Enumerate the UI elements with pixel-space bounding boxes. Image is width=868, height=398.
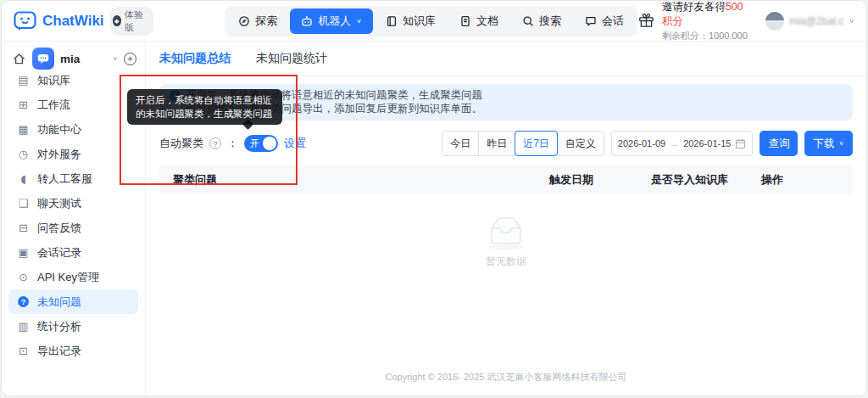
bot-name: mia: [60, 53, 106, 65]
nav-item-robot[interactable]: 机器人∨: [290, 8, 373, 34]
auto-cluster-tooltip: 开启后，系统将自动将语意相近的未知问题聚类，生成聚类问题: [127, 89, 282, 125]
bot-avatar[interactable]: [32, 48, 54, 70]
auto-cluster-control: 自动聚类 ? ： 开 设置: [159, 135, 306, 152]
chevron-down-icon: ∨: [849, 18, 854, 25]
function-center-icon: ▦: [17, 123, 30, 136]
chat-icon: [585, 15, 597, 27]
calendar-icon: [735, 138, 746, 149]
settings-link[interactable]: 设置: [284, 136, 306, 151]
chatwiki-logo-icon: [14, 10, 36, 31]
robot-icon: [301, 15, 313, 27]
empty-box-icon: [486, 213, 526, 250]
sidebar-menu: ▤知识库⊞工作流▦功能中心◷对外服务◖转人工客服❑聊天测试⊟问答反馈▣会话记录⊙…: [2, 68, 145, 363]
human-agent-icon: ◖: [17, 172, 30, 185]
brand[interactable]: ChatWiki ◆ 体验版: [14, 7, 153, 36]
sidebar-item-label: 统计分析: [37, 319, 81, 334]
sidebar-item-label: 转人工客服: [37, 171, 92, 187]
search-icon: [522, 15, 534, 27]
col-imported-to-kb: 是否导入知识库: [651, 172, 761, 188]
sidebar-item-export-record[interactable]: ⊡导出记录: [8, 339, 138, 363]
trial-badge: ◆ 体验版: [110, 7, 154, 36]
sidebar-item-session-record[interactable]: ▣会话记录: [8, 240, 138, 265]
sidebar-item-label: 会话记录: [37, 245, 81, 261]
api-key-icon: ⊙: [17, 271, 30, 283]
export-record-icon: ⊡: [17, 345, 30, 357]
nav-item-explore[interactable]: 探索: [227, 8, 288, 34]
sidebar: mia ∨ + ▤知识库⊞工作流▦功能中心◷对外服务◖转人工客服❑聊天测试⊟问答…: [2, 42, 146, 395]
chevron-down-icon: ∨: [838, 140, 844, 147]
auto-cluster-toggle[interactable]: 开: [244, 135, 278, 152]
invite-prefix: 邀请好友各得: [662, 1, 726, 13]
library-icon: [386, 15, 398, 27]
help-icon[interactable]: ?: [209, 137, 221, 149]
trial-badge-icon: ◆: [113, 15, 121, 26]
date-to: 2026-01-15: [683, 138, 731, 149]
date-range-input[interactable]: 2026-01-09 → 2026-01-15: [611, 131, 754, 156]
points-label: 剩余积分：: [662, 31, 709, 41]
empty-state: 暂无数据: [159, 213, 853, 269]
explore-icon: [238, 15, 250, 27]
quick-filter-2[interactable]: 近7日: [515, 131, 558, 156]
range-arrow-icon: →: [670, 138, 679, 149]
tab-bar: 未知问题总结未知问题统计: [146, 42, 866, 76]
sidebar-item-function-center[interactable]: ▦功能中心: [8, 117, 138, 142]
nav-item-label: 会话: [602, 14, 624, 29]
nav-item-label: 文档: [476, 14, 498, 29]
sidebar-item-api-key[interactable]: ⊙API Key管理: [8, 265, 138, 289]
sidebar-item-external-service[interactable]: ◷对外服务: [8, 142, 138, 166]
colon: ：: [227, 136, 238, 151]
chat-test-icon: ❑: [17, 197, 30, 210]
quick-filter-1[interactable]: 昨日: [478, 131, 515, 156]
account-name: mia@2bat.co...: [789, 15, 843, 27]
user-avatar: [765, 12, 784, 31]
sidebar-item-unknown-question[interactable]: ?未知问题: [8, 289, 138, 314]
trial-badge-label: 体验版: [125, 8, 147, 34]
nav-item-search[interactable]: 搜索: [511, 8, 572, 34]
account-menu[interactable]: mia@2bat.co... ∨: [765, 12, 854, 31]
add-bot-icon[interactable]: +: [124, 53, 136, 65]
qa-feedback-icon: ⊟: [17, 221, 30, 234]
sidebar-item-human-agent[interactable]: ◖转人工客服: [8, 166, 138, 191]
sidebar-item-chat-test[interactable]: ❑聊天测试: [8, 191, 138, 216]
home-icon[interactable]: [12, 52, 26, 66]
workflow-icon: ⊞: [17, 98, 30, 111]
query-button-label: 查询: [768, 137, 789, 151]
doc-icon: [459, 15, 471, 27]
nav-item-label: 知识库: [403, 14, 436, 29]
download-button-label: 下载: [813, 137, 834, 151]
chevron-down-icon: ∨: [356, 18, 362, 25]
points-value: 1000.000: [709, 31, 748, 41]
sidebar-item-label: 工作流: [37, 98, 70, 113]
toggle-knob: [263, 137, 276, 150]
brand-name: ChatWiki: [42, 13, 104, 30]
tab-unknown-question-summary[interactable]: 未知问题总结: [159, 42, 231, 76]
nav-item-doc[interactable]: 文档: [448, 8, 509, 34]
nav-item-label: 探索: [255, 14, 277, 29]
nav-item-chat[interactable]: 会话: [574, 8, 635, 34]
gift-icon: [637, 12, 655, 30]
sidebar-item-workflow[interactable]: ⊞工作流: [8, 92, 138, 117]
invite-widget[interactable]: 邀请好友各得500积分 剩余积分：1000.000: [637, 0, 753, 42]
sidebar-item-statistics[interactable]: ▥统计分析: [8, 314, 138, 339]
col-trigger-date: 触发日期: [549, 172, 651, 188]
nav-item-library[interactable]: 知识库: [375, 8, 447, 34]
statistics-icon: ▥: [17, 320, 30, 333]
sidebar-header: mia ∨ +: [2, 42, 145, 76]
bot-switch-chevron-icon[interactable]: ∨: [112, 55, 118, 62]
controls-row: 自动聚类 ? ： 开 设置 今日昨日近7日自定义 2026-01-09 → 20…: [159, 130, 853, 157]
quick-filter-3[interactable]: 自定义: [557, 131, 604, 156]
app-window: ChatWiki ◆ 体验版 探索机器人∨知识库文档搜索会话: [1, 0, 867, 396]
quick-filter-0[interactable]: 今日: [442, 131, 479, 156]
tab-unknown-question-statistics[interactable]: 未知问题统计: [256, 42, 327, 76]
sidebar-item-label: API Key管理: [37, 270, 99, 285]
date-quick-filters: 今日昨日近7日自定义: [442, 131, 604, 156]
query-button[interactable]: 查询: [760, 131, 798, 156]
sidebar-item-qa-feedback[interactable]: ⊟问答反馈: [8, 216, 138, 240]
date-from: 2026-01-09: [618, 138, 665, 149]
main-nav: 探索机器人∨知识库文档搜索会话: [225, 6, 637, 36]
filter-controls: 今日昨日近7日自定义 2026-01-09 → 2026-01-15: [442, 131, 853, 156]
session-record-icon: ▣: [17, 246, 30, 259]
download-button[interactable]: 下载 ∨: [804, 131, 853, 156]
sidebar-item-label: 聊天测试: [37, 196, 81, 211]
knowledge-base-icon: ▤: [17, 74, 30, 87]
